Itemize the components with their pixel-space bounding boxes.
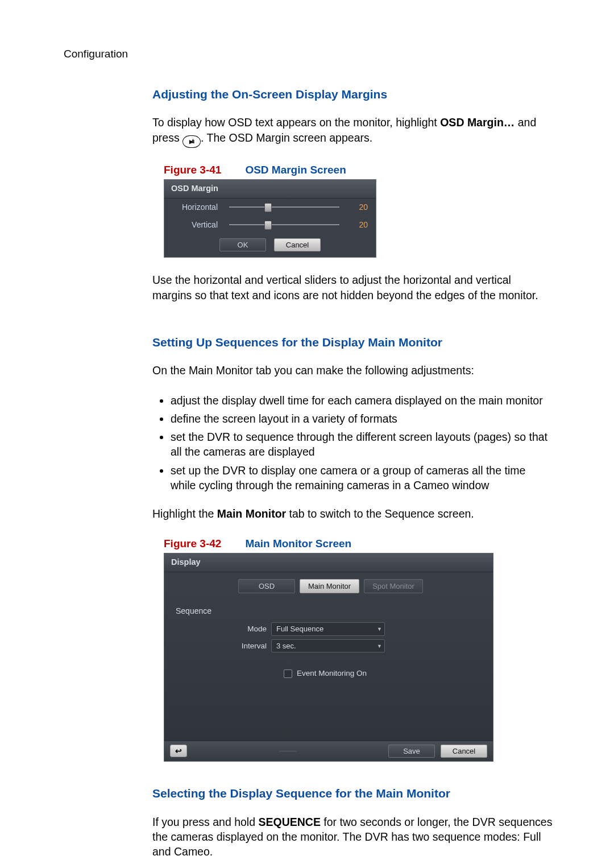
list-item: adjust the display dwell time for each c… [171,393,553,408]
back-arrow-icon: ↩ [175,746,182,757]
tab-spot-monitor[interactable]: Spot Monitor [364,579,423,594]
cancel-button[interactable]: Cancel [274,238,321,252]
chevron-down-icon: ▼ [377,626,382,633]
paragraph: If you press and hold SEQUENCE for two s… [152,815,553,859]
paragraph: To display how OSD text appears on the m… [152,115,553,147]
heading-selecting-sequence: Selecting the Display Sequence for the M… [152,786,553,801]
bullet-list: adjust the display dwell time for each c… [165,393,553,493]
checkbox-label: Event Monitoring On [297,668,367,679]
heading-adjust-osd-margins: Adjusting the On-Screen Display Margins [152,86,553,102]
paragraph: Highlight the Main Monitor tab to switch… [152,506,553,521]
dvr-tabs: OSD Main Monitor Spot Monitor [238,579,493,594]
dvr-section-label: Sequence [176,606,493,617]
save-button[interactable]: Save [388,745,435,758]
text-bold: OSD Margin… [440,116,515,129]
osd-margin-screenshot: OSD Margin Horizontal 20 Vertical 20 OK … [164,179,376,258]
select-value: 3 sec. [276,642,296,650]
text-bold: Main Monitor [217,507,286,520]
osd-value: 20 [351,202,368,213]
cancel-button[interactable]: Cancel [441,745,487,758]
list-item: define the screen layout in a variety of… [171,411,553,426]
list-item: set the DVR to sequence through the diff… [171,429,553,460]
paragraph: On the Main Monitor tab you can make the… [152,363,553,378]
dvr-row-event-monitoring: Event Monitoring On [284,668,493,679]
text: Highlight the [152,507,217,520]
chevron-down-icon: ▼ [377,643,382,650]
text: . The OSD Margin screen appears. [201,131,372,144]
vertical-slider[interactable] [229,224,339,225]
dvr-window-title: Display [164,553,493,572]
back-button[interactable]: ↩ [170,745,187,757]
label-mode: Mode [233,624,267,634]
text: tab to switch to the Sequence screen. [286,507,474,520]
enter-icon [182,135,201,148]
figure-caption: Figure 3-41OSD Margin Screen [164,163,553,177]
ok-button[interactable]: OK [219,238,266,252]
label-interval: Interval [233,641,267,651]
figure-title: OSD Margin Screen [245,164,346,176]
figure-number: Figure 3-42 [164,538,221,549]
osd-label: Horizontal [172,202,218,213]
dvr-row-mode: Mode Full Sequence ▼ [233,622,493,636]
interval-select[interactable]: 3 sec. ▼ [271,639,385,653]
mode-select[interactable]: Full Sequence ▼ [271,622,385,636]
figure-caption: Figure 3-42Main Monitor Screen [164,536,553,551]
text: If you press and hold [152,816,258,828]
paragraph: Use the horizontal and vertical sliders … [152,272,553,303]
horizontal-slider[interactable] [229,206,339,208]
figure-title: Main Monitor Screen [245,538,351,549]
text-bold: SEQUENCE [258,816,320,828]
list-item: set up the DVR to display one camera or … [171,463,553,493]
tab-main-monitor[interactable]: Main Monitor [300,579,359,594]
dvr-row-interval: Interval 3 sec. ▼ [233,639,493,653]
main-monitor-screenshot: Display OSD Main Monitor Spot Monitor Se… [164,553,493,762]
figure-number: Figure 3-41 [164,164,221,176]
tab-osd[interactable]: OSD [238,579,295,594]
dvr-footer: ↩ ─── Save Cancel [164,741,493,762]
osd-value: 20 [351,220,368,230]
slider-thumb[interactable] [264,221,272,230]
slider-thumb[interactable] [264,203,272,212]
osd-row-horizontal: Horizontal 20 [164,199,376,216]
osd-window-title: OSD Margin [164,180,376,199]
osd-label: Vertical [172,220,218,230]
event-monitoring-checkbox[interactable] [284,669,292,678]
page-header: Configuration [64,48,553,60]
footer-spacer: ─── [187,746,388,757]
select-value: Full Sequence [276,625,323,633]
heading-setup-sequences: Setting Up Sequences for the Display Mai… [152,334,553,350]
osd-row-vertical: Vertical 20 [164,216,376,234]
text: To display how OSD text appears on the m… [152,116,440,129]
